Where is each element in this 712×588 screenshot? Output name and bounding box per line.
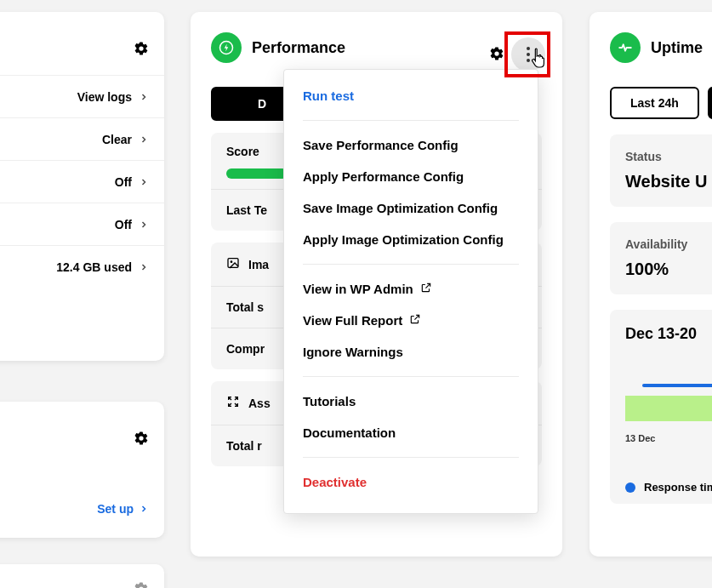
external-link-icon: [420, 282, 432, 296]
menu-item-label: Ignore Warnings: [303, 345, 403, 359]
button-label: D: [258, 97, 266, 111]
list-item[interactable]: Off: [0, 160, 164, 203]
svg-point-5: [231, 260, 233, 263]
score-bar: [226, 168, 288, 179]
uptime-card: Uptime Last 24h Status Website U Availab…: [590, 12, 712, 557]
gear-icon[interactable]: [134, 581, 149, 588]
menu-item-deactivate[interactable]: Deactivate: [284, 466, 538, 498]
secondary-button[interactable]: [708, 87, 712, 119]
menu-item-view-wp[interactable]: View in WP Admin: [284, 273, 538, 305]
status-key: Status: [625, 150, 712, 163]
left-card-templates: lates Set up: [0, 402, 164, 538]
menu-item-apply-perf[interactable]: Apply Performance Config: [284, 161, 538, 192]
menu-item-view-report[interactable]: View Full Report: [284, 305, 538, 336]
more-menu-button[interactable]: [511, 37, 545, 71]
heartbeat-icon: [610, 32, 641, 63]
left-card-bottom: [0, 564, 164, 588]
divider: [303, 120, 519, 121]
card-title: Performance: [252, 39, 345, 57]
list-item[interactable]: Off: [0, 203, 164, 245]
row-label: Total r: [226, 439, 262, 453]
availability-key: Availability: [625, 237, 712, 251]
row-label: Ima: [248, 258, 269, 271]
status-value: Website U: [625, 172, 712, 191]
gear-icon[interactable]: [489, 46, 504, 61]
setup-link[interactable]: Set up: [97, 502, 149, 516]
card-title-partial: lates: [0, 425, 149, 443]
x-axis-label: 13 Dec: [625, 433, 712, 443]
menu-item-label: Documentation: [303, 425, 396, 440]
row-label: Compr: [226, 342, 265, 356]
range-button[interactable]: Last 24h: [610, 87, 699, 119]
card-title: Uptime: [651, 39, 703, 57]
gear-icon[interactable]: [134, 431, 149, 446]
menu-item-tutorials[interactable]: Tutorials: [284, 385, 538, 417]
menu-item-label: View Full Report: [303, 313, 402, 328]
menu-item-documentation[interactable]: Documentation: [284, 417, 538, 448]
divider: [303, 264, 519, 265]
row-label: Off: [115, 175, 132, 189]
row-label: Off: [115, 218, 132, 231]
setup-label: Set up: [97, 502, 134, 516]
svg-point-1: [527, 47, 530, 50]
menu-item-save-img[interactable]: Save Image Optimization Config: [284, 192, 538, 224]
svg-point-3: [527, 59, 530, 62]
menu-item-label: Save Performance Config: [303, 138, 459, 152]
row-label: Total s: [226, 300, 264, 314]
menu-item-save-perf[interactable]: Save Performance Config: [284, 129, 538, 161]
row-label: Clear: [102, 133, 132, 146]
response-time-line: [642, 384, 712, 387]
list-item[interactable]: View logs: [0, 75, 164, 117]
row-label: View logs: [77, 90, 132, 104]
row-label: Last Te: [226, 203, 267, 217]
left-card: View logs Clear Off Off 12.4 GB used: [0, 12, 164, 361]
chevron-right-icon: [139, 92, 149, 102]
menu-item-ignore[interactable]: Ignore Warnings: [284, 336, 538, 368]
row-label: Ass: [248, 397, 271, 410]
uptime-band: [625, 396, 712, 421]
gear-icon[interactable]: [134, 41, 149, 56]
chevron-right-icon: [139, 220, 149, 230]
menu-item-label: Deactivate: [303, 475, 367, 489]
menu-item-label: Apply Performance Config: [303, 169, 464, 184]
menu-item-run-test[interactable]: Run test: [284, 80, 538, 111]
chevron-right-icon: [139, 134, 149, 145]
range-label: Last 24h: [630, 96, 679, 110]
image-icon: [226, 256, 240, 272]
date-range: Dec 13-20: [625, 325, 712, 343]
menu-item-label: View in WP Admin: [303, 282, 413, 296]
menu-item-label: Apply Image Optimization Config: [303, 232, 504, 247]
compress-icon: [226, 395, 240, 411]
divider: [303, 457, 519, 458]
chart-area: [625, 384, 712, 426]
svg-point-2: [527, 53, 530, 56]
dots-vertical-icon: [527, 47, 530, 62]
chevron-right-icon: [139, 177, 149, 187]
chevron-right-icon: [139, 504, 149, 514]
menu-item-label: Tutorials: [303, 394, 356, 408]
legend-label: Response time: [644, 481, 712, 494]
legend-dot: [625, 482, 635, 493]
chart-panel: Dec 13-20 13 Dec Response time: [610, 310, 712, 504]
legend: Response time: [625, 481, 712, 494]
external-link-icon: [409, 313, 421, 328]
menu-item-label: Run test: [303, 88, 354, 103]
menu-item-label: Save Image Optimization Config: [303, 201, 498, 215]
row-label: 12.4 GB used: [56, 260, 132, 274]
list-item[interactable]: 12.4 GB used: [0, 245, 164, 288]
menu-item-apply-img[interactable]: Apply Image Optimization Config: [284, 224, 538, 255]
divider: [303, 376, 519, 377]
chevron-right-icon: [139, 262, 149, 272]
status-panel: Status Website U: [610, 134, 712, 207]
availability-panel: Availability 100%: [610, 222, 712, 294]
bolt-icon: [211, 32, 242, 63]
availability-value: 100%: [625, 260, 712, 279]
context-menu: Run test Save Performance Config Apply P…: [283, 69, 538, 514]
list-item[interactable]: Clear: [0, 117, 164, 160]
svg-rect-4: [228, 259, 238, 268]
